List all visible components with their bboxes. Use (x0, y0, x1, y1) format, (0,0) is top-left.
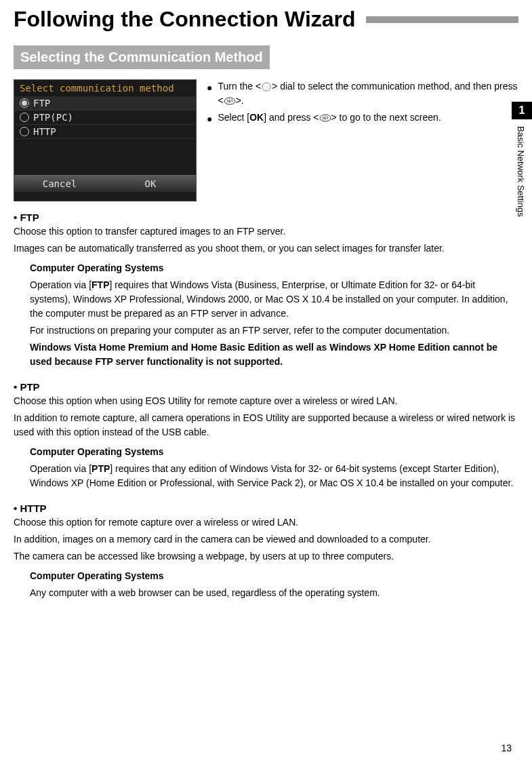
cos-text: For instructions on preparing your compu… (30, 323, 518, 338)
cos-title: Computer Operating Systems (30, 569, 518, 583)
instruction-text: Select [OK] and press <SET> to go to the… (218, 111, 441, 125)
bullet-icon: ● (207, 81, 212, 95)
set-icon: SET (319, 114, 331, 122)
radio-unselected-icon (20, 113, 29, 122)
http-title: • HTTP (14, 503, 518, 514)
http-desc: The camera can be accessed like browsing… (14, 549, 518, 564)
bullet-icon: ● (207, 112, 212, 126)
title-decoration-bar (366, 16, 518, 23)
camera-option-label: FTP (33, 98, 50, 109)
ptp-desc: In addition to remote capture, all camer… (14, 411, 518, 439)
camera-option-label: HTTP (33, 126, 56, 137)
ptp-title: • PTP (14, 381, 518, 393)
ftp-title: • FTP (14, 212, 518, 223)
http-desc: Choose this option for remote capture ov… (14, 515, 518, 530)
radio-unselected-icon (20, 127, 29, 136)
ptp-desc: Choose this option when using EOS Utilit… (14, 394, 518, 408)
camera-screenshot: Select communication method FTP PTP(PC) … (14, 79, 197, 201)
cos-text: Operation via [FTP] requires that Window… (30, 278, 518, 321)
camera-option-label: PTP(PC) (33, 112, 73, 123)
page-title: Following the Connection Wizard (14, 7, 356, 32)
set-icon: SET (224, 97, 236, 105)
cos-title: Computer Operating Systems (30, 261, 518, 275)
side-tab: 1 Basic Network Settings (512, 102, 532, 224)
page-number: 13 (501, 743, 512, 753)
section-header: Selecting the Communication Method (14, 45, 270, 69)
svg-text:SET: SET (226, 99, 233, 103)
cos-warning: Windows Vista Home Premium and Home Basi… (30, 340, 518, 369)
dial-icon (261, 81, 272, 92)
instruction-text: Turn the <> dial to select the communica… (218, 79, 518, 108)
http-desc: In addition, images on a memory card in … (14, 532, 518, 547)
radio-selected-icon (20, 98, 29, 108)
instructions-block: ● Turn the <> dial to select the communi… (207, 79, 518, 201)
camera-cancel-button: Cancel (14, 175, 105, 192)
cos-text: Any computer with a web browser can be u… (30, 586, 518, 600)
camera-ok-button: OK (105, 175, 196, 192)
camera-screen-title: Select communication method (14, 80, 196, 96)
camera-option-ftp: FTP (14, 96, 196, 111)
chapter-title: Basic Network Settings (512, 119, 530, 224)
camera-option-ptp: PTP(PC) (14, 111, 196, 125)
svg-point-0 (262, 83, 270, 91)
chapter-number: 1 (512, 102, 532, 119)
ftp-desc: Choose this option to transfer captured … (14, 224, 518, 239)
cos-title: Computer Operating Systems (30, 445, 518, 459)
svg-text:SET: SET (322, 116, 329, 120)
ftp-desc: Images can be automatically transferred … (14, 241, 518, 256)
camera-option-http: HTTP (14, 125, 196, 139)
cos-text: Operation via [PTP] requires that any ed… (30, 462, 518, 490)
